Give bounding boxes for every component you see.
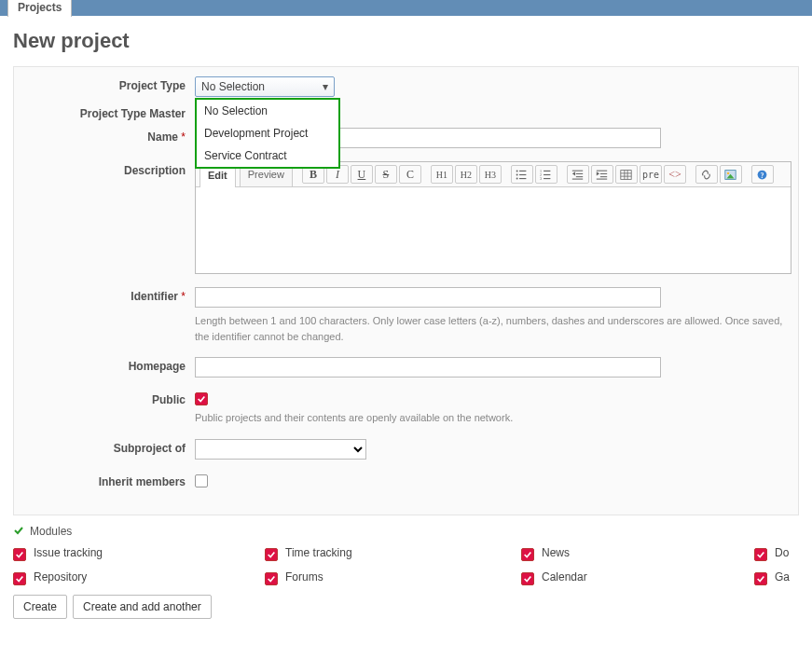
link-icon[interactable] [695, 165, 718, 184]
inline-code-icon[interactable]: C [399, 165, 421, 184]
module-label: Issue tracking [34, 546, 103, 559]
tab-projects[interactable]: Projects [7, 0, 72, 17]
identifier-input[interactable] [195, 287, 661, 308]
form-panel: Project Type No Selection ▾ No Selection… [13, 66, 799, 515]
description-editor: Edit Preview B I U S C H1 H2 H3 [195, 161, 791, 274]
project-type-master-label: Project Type Master [27, 104, 195, 120]
pre-icon[interactable]: pre [640, 165, 662, 184]
h2-icon[interactable]: H2 [455, 165, 477, 184]
help-icon[interactable]: ? [751, 165, 774, 184]
svg-point-4 [516, 177, 518, 179]
project-type-label: Project Type [27, 76, 195, 92]
svg-rect-12 [572, 170, 583, 171]
subproject-select[interactable] [195, 439, 366, 460]
svg-rect-7 [544, 170, 550, 171]
module-checkbox[interactable] [521, 572, 534, 585]
svg-text:?: ? [761, 171, 764, 179]
module-label: Repository [34, 570, 87, 583]
required-marker: * [181, 130, 186, 144]
svg-rect-1 [519, 170, 526, 171]
svg-rect-22 [621, 170, 631, 179]
identifier-label: Identifier [131, 290, 178, 303]
module-checkbox[interactable] [13, 548, 26, 561]
chevron-down-icon: ▾ [323, 80, 328, 93]
description-label: Description [27, 161, 195, 177]
page-title: New project [13, 29, 799, 53]
strike-icon[interactable]: S [375, 165, 397, 184]
indent-icon[interactable] [591, 165, 613, 184]
svg-rect-11 [544, 177, 550, 178]
h1-icon[interactable]: H1 [431, 165, 453, 184]
project-type-select[interactable]: No Selection ▾ No Selection Development … [195, 76, 335, 97]
svg-rect-20 [600, 176, 607, 177]
name-label: Name [147, 130, 178, 144]
svg-rect-21 [597, 178, 607, 179]
required-marker: * [181, 290, 186, 303]
project-type-option[interactable]: Service Contract [197, 144, 338, 167]
unordered-list-icon[interactable] [511, 165, 533, 184]
modules-header: Modules [30, 525, 72, 538]
subproject-label: Subproject of [27, 439, 195, 455]
public-checkbox[interactable] [195, 392, 208, 405]
svg-marker-14 [572, 172, 575, 175]
ordered-list-icon[interactable]: 123 [535, 165, 557, 184]
tab-projects-label: Projects [18, 1, 62, 14]
svg-point-0 [516, 170, 518, 172]
svg-marker-19 [597, 172, 599, 175]
svg-rect-3 [519, 173, 526, 174]
project-type-options: No Selection Development Project Service… [195, 98, 340, 169]
module-checkbox[interactable] [265, 572, 278, 585]
create-and-add-another-button[interactable]: Create and add another [73, 595, 212, 619]
svg-rect-13 [576, 172, 583, 173]
inherit-label: Inherit members [27, 473, 195, 488]
module-checkbox[interactable] [754, 548, 767, 561]
check-icon [13, 525, 24, 539]
module-checkbox[interactable] [13, 572, 26, 585]
svg-rect-5 [519, 177, 526, 178]
module-label: Do [775, 546, 789, 559]
underline-icon[interactable]: U [351, 165, 373, 184]
homepage-label: Homepage [27, 357, 195, 373]
svg-rect-17 [597, 170, 607, 171]
module-label: Time tracking [285, 546, 352, 559]
description-textarea[interactable] [196, 187, 791, 273]
code-block-icon[interactable]: <> [664, 165, 686, 184]
module-checkbox[interactable] [754, 572, 767, 585]
module-label: Calendar [542, 570, 587, 583]
editor-tab-edit[interactable]: Edit [200, 166, 236, 187]
project-type-option[interactable]: Development Project [197, 122, 338, 144]
create-button[interactable]: Create [13, 595, 67, 619]
image-icon[interactable] [720, 165, 742, 184]
svg-rect-16 [572, 178, 583, 179]
svg-point-2 [516, 173, 518, 175]
module-label: News [542, 546, 570, 559]
svg-rect-15 [576, 176, 583, 177]
outdent-icon[interactable] [567, 165, 589, 184]
module-label: Forums [285, 570, 323, 583]
project-type-selected: No Selection [201, 80, 265, 93]
svg-text:3: 3 [540, 176, 542, 181]
svg-rect-9 [544, 173, 550, 174]
module-checkbox[interactable] [265, 548, 278, 561]
inherit-checkbox[interactable] [195, 474, 208, 487]
svg-rect-18 [600, 172, 607, 173]
table-icon[interactable] [615, 165, 638, 184]
public-hint: Public projects and their contents are o… [195, 410, 785, 426]
public-label: Public [27, 391, 195, 406]
module-label: Ga [775, 570, 790, 583]
homepage-input[interactable] [195, 357, 661, 378]
h3-icon[interactable]: H3 [479, 165, 502, 184]
svg-point-28 [727, 172, 729, 173]
project-type-option[interactable]: No Selection [197, 100, 338, 122]
identifier-hint: Length between 1 and 100 characters. Onl… [195, 313, 785, 344]
module-checkbox[interactable] [521, 548, 534, 561]
